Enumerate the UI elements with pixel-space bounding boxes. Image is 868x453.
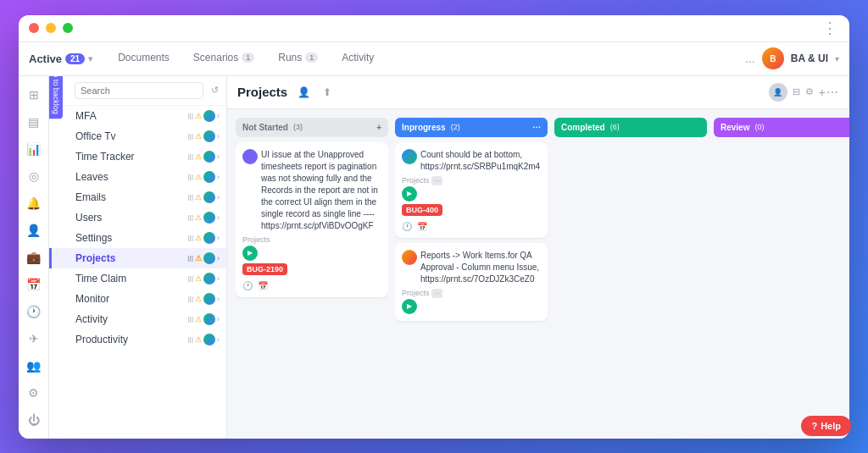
workspace-dropdown-arrow[interactable]: ▾ bbox=[835, 54, 839, 64]
active-badge: Active 21 ▾ bbox=[29, 52, 92, 65]
card-reports-work: Reports -> Work Items.for QA Approval - … bbox=[395, 243, 548, 321]
col-not-started: Not Started (3) + UI issue at the Unappr… bbox=[236, 118, 388, 430]
active-label: Active bbox=[29, 52, 62, 65]
nav-more-icon[interactable]: ... bbox=[745, 52, 755, 65]
play-button[interactable]: ▶ bbox=[402, 299, 417, 314]
sidebar-header: Go to backlog ↺ ⊟ + bbox=[49, 76, 226, 106]
main-content: ⊞ ▤ 📊 ◎ 🔔 👤 💼 📅 🕐 ✈ 👥 ⚙ ⏻ Go to backlog … bbox=[19, 76, 849, 439]
project-avatar bbox=[203, 151, 215, 163]
project-item-icons: ||| ⚠ › bbox=[188, 130, 220, 142]
bar-icon: ||| bbox=[188, 213, 193, 221]
clock-icon: 🕐 bbox=[402, 222, 412, 231]
project-item-time-tracker[interactable]: Time Tracker ||| ⚠ › bbox=[49, 146, 226, 167]
project-item-time-claim[interactable]: Time Claim ||| ⚠ › bbox=[49, 268, 226, 289]
board-upload-icon[interactable]: ⬆ bbox=[318, 83, 337, 102]
sidebar-icon-settings[interactable]: ⚙ bbox=[22, 381, 46, 405]
project-item-icons: ||| ⚠ › bbox=[188, 212, 220, 224]
sidebar-icon-send[interactable]: ✈ bbox=[22, 327, 46, 351]
project-item-icons: ||| ⚠ › bbox=[188, 151, 220, 163]
help-button[interactable]: ? Help bbox=[801, 416, 851, 436]
sidebar-icon-user[interactable]: 👤 bbox=[22, 218, 46, 242]
col-cards-review bbox=[714, 142, 849, 430]
project-item-mfa[interactable]: MFA ||| ⚠ › bbox=[49, 106, 226, 126]
refresh-icon[interactable]: ↺ bbox=[207, 83, 222, 98]
board-more-icon[interactable]: +⋯ bbox=[819, 86, 839, 99]
project-item-settings[interactable]: Settings ||| ⚠ › bbox=[49, 228, 226, 248]
project-item-icons: ||| ⚠ › bbox=[188, 313, 220, 325]
project-item-activity[interactable]: Activity ||| ⚠ › bbox=[49, 309, 226, 329]
col-header-inprogress: Inprogress (2) ⋯ bbox=[395, 118, 548, 137]
sidebar-icon-clock[interactable]: 🕐 bbox=[22, 300, 46, 323]
project-item-icons: ||| ⚠ › bbox=[188, 334, 220, 345]
card-project-label: Projects bbox=[242, 235, 381, 244]
project-item-icons: ||| ⚠ › bbox=[188, 293, 220, 305]
sidebar-icon-team[interactable]: 👥 bbox=[22, 354, 46, 378]
project-item-leaves[interactable]: Leaves ||| ⚠ › bbox=[49, 167, 226, 187]
sidebar-icon-chart[interactable]: 📊 bbox=[22, 137, 46, 161]
project-item-office-tv[interactable]: Office Tv ||| ⚠ › bbox=[49, 126, 226, 146]
workspace-label: BA & UI bbox=[791, 52, 828, 64]
card-header-row: Reports -> Work Items.for QA Approval - … bbox=[402, 250, 541, 285]
card-avatar bbox=[402, 149, 417, 164]
warn-icon: ⚠ bbox=[195, 193, 202, 202]
col-completed: Completed (6) bbox=[554, 118, 707, 430]
chevron-right-icon: › bbox=[217, 132, 220, 141]
project-avatar bbox=[203, 212, 215, 224]
chevron-right-icon: › bbox=[217, 213, 220, 222]
project-item-projects[interactable]: Projects ||| ⚠ › bbox=[49, 248, 226, 268]
tab-documents[interactable]: Documents bbox=[106, 41, 181, 75]
active-dropdown-arrow[interactable]: ▾ bbox=[88, 54, 92, 64]
chevron-right-icon: › bbox=[217, 315, 220, 323]
sidebar-icon-calendar[interactable]: 📅 bbox=[22, 273, 46, 296]
project-item-monitor[interactable]: Monitor ||| ⚠ › bbox=[49, 289, 226, 309]
card-header-row: UI issue at the Unapproved timesheets re… bbox=[242, 149, 381, 232]
sidebar-icon-target[interactable]: ◎ bbox=[22, 164, 46, 188]
tab-scenarios[interactable]: Scenarios 1 bbox=[181, 41, 266, 75]
sidebar-icon-power[interactable]: ⏻ bbox=[22, 408, 46, 432]
sidebar-icon-home[interactable]: ⊞ bbox=[22, 83, 46, 107]
board-avatar-1: 👤 bbox=[769, 83, 787, 102]
play-button[interactable]: ▶ bbox=[402, 186, 417, 202]
warn-icon: ⚠ bbox=[195, 295, 202, 303]
bar-icon: ||| bbox=[188, 193, 193, 201]
go-to-backlog-button[interactable]: Go to backlog bbox=[49, 76, 63, 119]
col-cards-inprogress: Count should be at bottom, https://prnt.… bbox=[395, 142, 548, 430]
sidebar-icon-briefcase[interactable]: 💼 bbox=[22, 246, 46, 269]
chevron-right-icon: › bbox=[217, 234, 220, 242]
project-item-productivity[interactable]: Productivity ||| ⚠ › bbox=[49, 329, 226, 350]
bug-badge: BUG-400 bbox=[402, 204, 442, 216]
board-area: Projects 👤 ⬆ 👤 ⊟ ⚙ +⋯ Not Started bbox=[227, 76, 849, 439]
board-filter-icon[interactable]: ⊟ bbox=[793, 86, 800, 97]
user-avatar[interactable]: B bbox=[762, 47, 784, 69]
bar-icon: ||| bbox=[188, 315, 193, 323]
card-bug-2190: UI issue at the Unapproved timesheets re… bbox=[236, 142, 388, 297]
bar-icon: ||| bbox=[188, 274, 193, 282]
play-button[interactable]: ▶ bbox=[242, 246, 258, 261]
app-window: ⋮ Active 21 ▾ Documents Scenarios 1 Runs… bbox=[19, 15, 849, 439]
col-inprogress: Inprogress (2) ⋯ Count should be at bott… bbox=[395, 118, 548, 430]
maximize-button[interactable] bbox=[63, 23, 73, 33]
tab-runs[interactable]: Runs 1 bbox=[266, 41, 330, 75]
project-item-emails[interactable]: Emails ||| ⚠ › bbox=[49, 187, 226, 207]
close-button[interactable] bbox=[29, 23, 39, 33]
board-settings-icon[interactable]: ⚙ bbox=[805, 86, 814, 97]
chevron-right-icon: › bbox=[217, 112, 220, 120]
project-item-users[interactable]: Users ||| ⚠ › bbox=[49, 207, 226, 228]
sidebar-icon-layers[interactable]: ▤ bbox=[22, 110, 46, 134]
sidebar-icon-bell[interactable]: 🔔 bbox=[22, 191, 46, 215]
icon-sidebar: ⊞ ▤ 📊 ◎ 🔔 👤 💼 📅 🕐 ✈ 👥 ⚙ ⏻ bbox=[19, 76, 49, 439]
tab-activity[interactable]: Activity bbox=[330, 41, 386, 75]
board-header-right: 👤 ⊟ ⚙ +⋯ bbox=[769, 83, 839, 102]
board-person-icon[interactable]: 👤 bbox=[294, 83, 313, 102]
top-nav: Active 21 ▾ Documents Scenarios 1 Runs 1… bbox=[19, 42, 849, 76]
search-icons: ↺ ⊟ + bbox=[207, 81, 227, 100]
project-avatar bbox=[203, 110, 215, 122]
col-more-button[interactable]: ⋯ bbox=[532, 123, 541, 132]
card-footer: 🕐 📅 bbox=[402, 222, 541, 231]
warn-icon: ⚠ bbox=[195, 152, 202, 161]
minimize-button[interactable] bbox=[46, 23, 56, 33]
col-cards-completed bbox=[554, 142, 707, 430]
col-cards-not-started: UI issue at the Unapproved timesheets re… bbox=[236, 142, 388, 430]
col-add-button[interactable]: + bbox=[376, 123, 381, 132]
search-input[interactable] bbox=[75, 82, 203, 99]
